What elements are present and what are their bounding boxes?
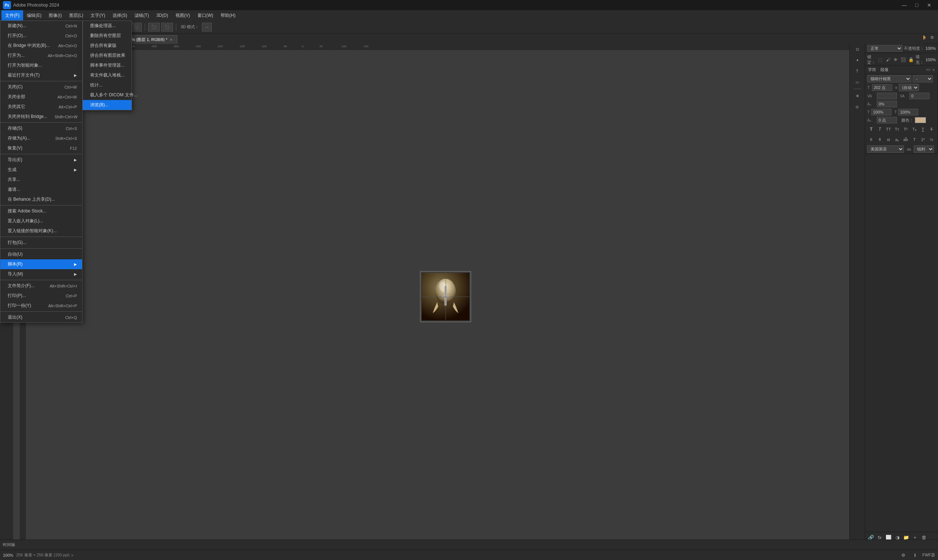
super-button[interactable]: T² (902, 125, 910, 134)
menu-fileinfo[interactable]: 文件简介(F)... Alt+Shift+Ctrl+I (0, 281, 82, 291)
menu-open[interactable]: 打开(O)... Ctrl+O (0, 31, 82, 41)
strike-button[interactable]: T (928, 125, 936, 134)
menu-print[interactable]: 打印(P)... Ctrl+P (0, 291, 82, 301)
tracking-input-2[interactable] (909, 93, 930, 99)
menu-filter[interactable]: 滤镜(T) (131, 10, 152, 20)
menu-image[interactable]: 图像(I) (45, 10, 65, 20)
fi-button[interactable]: fi (867, 135, 875, 144)
aa-button[interactable]: aₐ (893, 135, 901, 144)
right-tool-4[interactable]: ✦ (852, 55, 863, 65)
menu-share[interactable]: 共享... (0, 175, 82, 185)
menu-save[interactable]: 存储(S) Ctrl+S (0, 123, 82, 133)
tracking-input-1[interactable] (877, 93, 897, 99)
menu-text[interactable]: 文字(Y) (87, 10, 109, 20)
ital-button[interactable]: T (910, 135, 919, 144)
lock-paint-icon[interactable]: 🖌 (885, 55, 891, 64)
char-panel-menu[interactable]: ≡ (932, 68, 935, 72)
baseline-input[interactable] (877, 117, 897, 123)
smallcaps-button[interactable]: Tт (893, 125, 901, 134)
menu-closebridge[interactable]: 关闭并转到 Bridge... Shift+Ctrl+W (0, 112, 82, 122)
menu-openso[interactable]: 打开为智能对象... (0, 60, 82, 70)
menu-automate[interactable]: 自动(U) (0, 249, 82, 259)
antialias-select[interactable]: 锐利 (914, 145, 934, 153)
color-swatch[interactable] (915, 117, 926, 123)
lock-transparent-icon[interactable]: ⬚ (877, 55, 883, 64)
right-tool-7[interactable]: ⊕ (852, 91, 863, 101)
close-button[interactable]: ✕ (923, 1, 935, 9)
menu-printone[interactable]: 打印一份(Y) Alt+Shift+Ctrl+P (0, 301, 82, 311)
ord-button[interactable]: 1² (919, 135, 927, 144)
script-statistics[interactable]: 统计... (83, 80, 131, 90)
menu-package[interactable]: 打包(G)... (0, 238, 82, 248)
status-info-icon[interactable]: ℹ (910, 551, 919, 560)
menu-help[interactable]: 帮助(H) (217, 10, 239, 20)
fill-value[interactable]: 100% (926, 57, 936, 62)
right-tool-8[interactable]: ◎ (852, 102, 863, 112)
filter-icon-5[interactable]: ⚙ (929, 33, 936, 42)
arrow-icon[interactable]: > (71, 553, 73, 557)
italic-button[interactable]: T (876, 125, 884, 134)
font-size-input[interactable] (872, 84, 892, 91)
char-panel-expand[interactable]: >> (926, 68, 930, 72)
menu-closeother[interactable]: 关闭其它 Alt+Ctrl+P (0, 102, 82, 112)
blend-mode-select[interactable]: 正常 (867, 45, 903, 52)
minimize-button[interactable]: — (898, 1, 910, 9)
scaling-input[interactable] (877, 101, 897, 107)
language-select[interactable]: 美国英语 (867, 145, 904, 153)
opacity-value[interactable]: 100% (926, 46, 936, 51)
menu-bridge[interactable]: 在 Bridge 中浏览(B)... Alt+Ctrl+O (0, 41, 82, 51)
distrib-v-button[interactable]: ⬛ (161, 23, 173, 31)
allcaps-button[interactable]: TT (884, 125, 893, 134)
menu-behance[interactable]: 在 Behance 上共享(D)... (0, 194, 82, 205)
menu-edit[interactable]: 编辑(E) (23, 10, 45, 20)
frac-button[interactable]: ab̄ (902, 135, 910, 144)
lock-move-icon[interactable]: ✥ (893, 55, 899, 64)
menu-layer[interactable]: 图层(L) (66, 10, 87, 20)
fl-button[interactable]: fl (876, 135, 884, 144)
script-loadstack[interactable]: 将文件载入堆栈... (83, 70, 131, 80)
vscale-input[interactable] (898, 109, 918, 115)
script-flatten-masks[interactable]: 拼合所有蒙版 (83, 41, 131, 51)
distrib-h-button[interactable]: ⬛ (148, 23, 160, 31)
maximize-button[interactable]: □ (911, 1, 923, 9)
menu-openas[interactable]: 打开为... Alt+Shift+Ctrl+O (0, 51, 82, 60)
menu-import[interactable]: 导入(M) ▶ (0, 269, 82, 279)
script-deleteempty[interactable]: 删除所有空图层 (83, 31, 131, 41)
menu-recent[interactable]: 最近打开文件(T) ▶ (0, 70, 82, 80)
script-imageprocessor[interactable]: 图像处理器... (83, 21, 131, 31)
menu-generate[interactable]: 生成 ▶ (0, 165, 82, 175)
menu-placel[interactable]: 置入链接的智能对象(K)... (0, 226, 82, 236)
menu-view[interactable]: 视图(V) (172, 10, 194, 20)
menu-close[interactable]: 关闭(C) Ctrl+W (0, 82, 82, 92)
menu-scripts[interactable]: 脚本(R) ▶ (0, 259, 82, 269)
lock-artboard-icon[interactable]: ⬛ (900, 55, 907, 64)
menu-invite[interactable]: 邀请... (0, 185, 82, 194)
right-tool-5[interactable]: T (852, 66, 863, 76)
right-tool-3[interactable]: ⊡ (852, 44, 863, 54)
half-button[interactable]: ½ (928, 135, 936, 144)
menu-quit[interactable]: 退出(X) Ctrl+Q (0, 312, 82, 322)
font-style-select[interactable]: - (913, 75, 933, 82)
lock-all-icon[interactable]: 🔒 (908, 55, 914, 64)
menu-3d[interactable]: 3D(D) (153, 10, 172, 20)
menu-window[interactable]: 窗口(W) (194, 10, 217, 20)
tab-2-close[interactable]: ✕ (169, 38, 173, 42)
hscale-input[interactable] (871, 109, 892, 115)
font-family-select[interactable]: 猫啃什锦黑 (867, 75, 911, 82)
menu-select[interactable]: 选择(S) (109, 10, 131, 20)
menu-closeall[interactable]: 关闭全部 Alt+Ctrl+W (0, 92, 82, 102)
menu-file[interactable]: 文件(F) (2, 10, 23, 20)
st-button[interactable]: st (884, 135, 893, 144)
more-button[interactable]: ··· (202, 23, 212, 31)
menu-revert[interactable]: 恢复(V) F12 (0, 143, 82, 153)
menu-stock[interactable]: 搜索 Adobe Stock... (0, 206, 82, 216)
menu-new[interactable]: 新建(N)... Ctrl+N (0, 21, 82, 31)
right-tool-6[interactable]: ▭ (852, 77, 863, 87)
menu-placee[interactable]: 置入嵌入对象(L)... (0, 216, 82, 226)
script-dicom[interactable]: 载入多个 DICOM 文件... (83, 90, 131, 100)
status-settings-icon[interactable]: ⚙ (899, 551, 907, 560)
menu-saveas[interactable]: 存储为(A)... Shift+Ctrl+S (0, 133, 82, 143)
script-browse[interactable]: 浏览(B)... (83, 100, 131, 110)
menu-export[interactable]: 导出(E) ▶ (0, 155, 82, 165)
sub-button[interactable]: T₂ (910, 125, 919, 134)
